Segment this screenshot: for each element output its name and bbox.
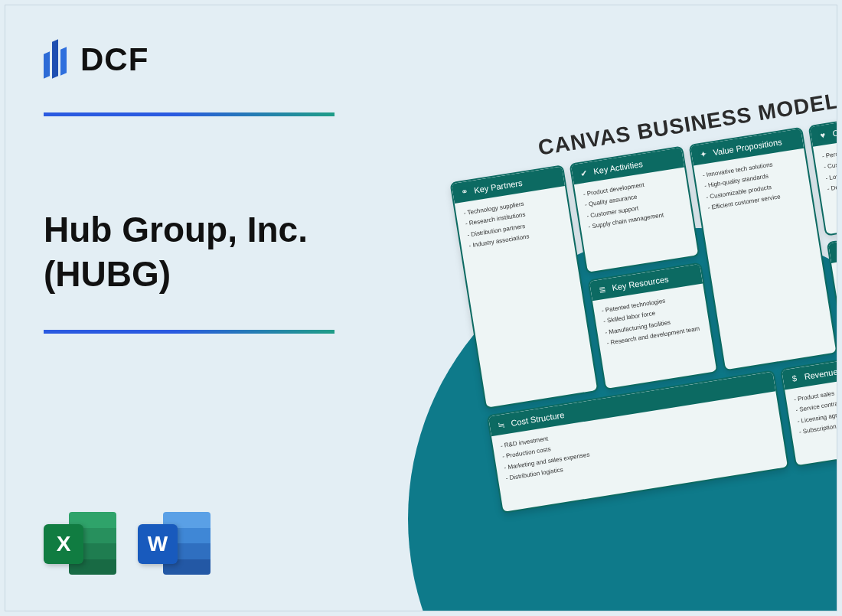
gift-icon: ✦ — [697, 148, 710, 160]
file-type-icons: X W — [44, 507, 210, 580]
divider-top — [44, 112, 335, 116]
sliders-icon: ≒ — [495, 419, 507, 431]
block-key-resources: ≣Key Resources Patented technologies Ski… — [588, 262, 719, 391]
block-title: C — [832, 128, 837, 138]
link-icon: ⚭ — [459, 186, 471, 198]
block-key-activities: ✔Key Activities Product development Qual… — [569, 145, 700, 274]
block-title: Cost Structure — [511, 410, 565, 428]
word-icon: W — [138, 507, 210, 580]
bars-icon — [44, 36, 70, 83]
document-frame: DCF Hub Group, Inc. (HUBG) X W CANVAS BU… — [5, 5, 837, 611]
activity-icon: ✔ — [578, 167, 590, 179]
block-title: Key Partners — [473, 178, 523, 195]
excel-icon: X — [44, 507, 116, 580]
logo-text: DCF — [80, 41, 148, 78]
word-badge: W — [138, 524, 178, 564]
page-title: Hub Group, Inc. (HUBG) — [44, 208, 373, 296]
block-title: Revenue S — [804, 366, 837, 381]
divider-bottom — [44, 330, 335, 334]
excel-badge: X — [44, 524, 83, 564]
left-column: DCF Hub Group, Inc. (HUBG) — [44, 36, 373, 334]
heart-icon: ♥ — [817, 129, 829, 142]
truck-icon: ▤ — [835, 246, 837, 258]
brand-logo: DCF — [44, 36, 373, 83]
money-icon: $ — [788, 372, 801, 384]
block-title: Key Activities — [593, 159, 644, 176]
canvas-diagram: CANVAS BUSINESS MODEL ⚭Key Partners Tech… — [445, 74, 837, 513]
database-icon: ≣ — [596, 283, 609, 295]
